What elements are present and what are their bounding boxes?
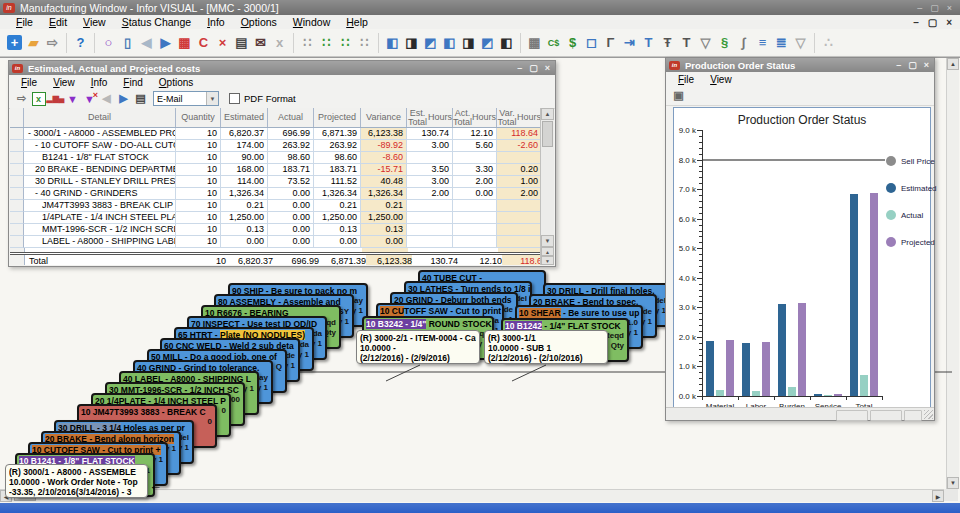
legend-label: Sell Price: [901, 157, 935, 166]
work-order-note-card[interactable]: (R) 3000-2/1 - ITEM-0004 - Cam10.0000 -(…: [356, 330, 480, 364]
prod-restore-button[interactable]: ▢: [908, 60, 917, 70]
row-selector[interactable]: [10, 152, 24, 164]
row-selector[interactable]: [10, 188, 24, 200]
cell-value: 696.99: [268, 128, 314, 140]
cell-value: 263.92: [314, 140, 361, 152]
cell-value: 183.71: [314, 164, 361, 176]
cost-menu-file[interactable]: File: [13, 77, 45, 88]
scroll-up-icon[interactable]: ▲: [541, 108, 554, 120]
scrollbar-thumb[interactable]: [542, 121, 553, 147]
column-header-7[interactable]: Est. TotalHours: [407, 108, 453, 127]
cell-value: [497, 200, 542, 212]
cost-menu-info[interactable]: Info: [83, 77, 116, 88]
table-row[interactable]: - 40 GRIND - GRINDERS101,326.340.001,326…: [10, 188, 554, 200]
spin-up-icon[interactable]: ▲: [541, 247, 554, 256]
cell-value: [497, 212, 542, 224]
pdf-format-checkbox[interactable]: [229, 93, 240, 104]
y-tick-minor: [699, 183, 702, 184]
table-row[interactable]: B1241 - 1/8" FLAT STOCK1090.0098.6098.60…: [10, 152, 554, 164]
cost-window-titlebar[interactable]: in Estimated, Actual and Projected costs…: [9, 61, 555, 75]
note-line: 10.0000 - Work Order Note - Top: [9, 477, 144, 487]
y-tick-minor: [699, 272, 702, 273]
spin-down-icon[interactable]: ▼: [541, 256, 554, 265]
cell-value: [497, 236, 542, 248]
email-format-combobox[interactable]: E-Mail ▼: [153, 91, 219, 106]
row-selector[interactable]: [10, 200, 24, 212]
y-tick-major: [697, 366, 702, 367]
table-row[interactable]: - 10 CUTOFF SAW - DO-ALL CUTOFF SAW10174…: [10, 140, 554, 152]
column-header-1[interactable]: Detail: [24, 108, 176, 127]
cost-table-scrollbar[interactable]: ▲ ▼ ▲ ▼: [540, 108, 554, 265]
table-row[interactable]: MMT-1996-SCR - 1/2 INCH SCREWS100.130.00…: [10, 224, 554, 236]
table-row[interactable]: - 3000/1 - A8000 - ASSEMBLED PRODUCT106,…: [10, 128, 554, 140]
prod-close-button[interactable]: ×: [924, 60, 929, 70]
cost-close-button[interactable]: ×: [545, 63, 550, 73]
export-icon[interactable]: ⇨: [13, 91, 30, 107]
next-icon[interactable]: ▶: [115, 91, 132, 107]
prod-menu-view[interactable]: View: [702, 74, 740, 85]
note-line: 10.0000 -: [360, 343, 476, 353]
column-header-0[interactable]: [10, 108, 24, 127]
cell-value: 1,250.00: [221, 212, 268, 224]
excel-export-icon[interactable]: x: [30, 91, 47, 107]
scroll-down-icon[interactable]: ▼: [541, 235, 554, 247]
y-tick-minor: [699, 242, 702, 243]
row-selector[interactable]: [10, 224, 24, 236]
filter-icon[interactable]: ▼: [64, 91, 81, 107]
note-line: (2/12/2016) - (2/9/2016): [360, 353, 476, 363]
row-selector[interactable]: [10, 176, 24, 188]
row-selector[interactable]: [10, 255, 25, 265]
production-order-status-window[interactable]: in Production Order Status – ▢ × FileVie…: [665, 57, 935, 421]
prev-icon[interactable]: ◀: [98, 91, 115, 107]
clear-filter-icon[interactable]: ▼×: [81, 91, 98, 107]
bar-estimated-material: [706, 341, 714, 396]
cell-detail: - 10 CUTOFF SAW - DO-ALL CUTOFF SAW: [24, 140, 176, 152]
row-selector[interactable]: [10, 140, 24, 152]
y-tick-major: [697, 337, 702, 338]
chart-icon[interactable]: ▂▆▄: [47, 91, 64, 107]
row-selector[interactable]: [10, 164, 24, 176]
cost-minimize-button[interactable]: –: [517, 63, 522, 73]
note-line: (R) 3000/1 - A8000 - ASSEMBLE: [9, 467, 144, 477]
cost-menu-view[interactable]: View: [45, 77, 83, 88]
table-row[interactable]: 20 BRAKE - BENDING DEPARTMENT10168.00183…: [10, 164, 554, 176]
back-arrow-icon[interactable]: ←: [149, 478, 162, 493]
prod-window-titlebar[interactable]: in Production Order Status – ▢ ×: [666, 58, 934, 72]
legend-dot-icon: [886, 210, 896, 220]
cost-restore-button[interactable]: ▢: [529, 63, 538, 73]
cost-menu-options[interactable]: Options: [151, 77, 201, 88]
column-header-2[interactable]: Quantity: [176, 108, 221, 127]
prod-menu-file[interactable]: File: [670, 74, 702, 85]
chart-title: Production Order Status: [674, 113, 930, 127]
column-header-9[interactable]: Var. TotalHours: [497, 108, 542, 127]
column-header-3[interactable]: Estimated: [221, 108, 268, 127]
cell-value: 10: [176, 212, 221, 224]
work-order-note-card[interactable]: (R) 3000/1 - A8000 - ASSEMBLE10.0000 - W…: [5, 464, 148, 498]
table-row[interactable]: JM47T3993 3883 - BREAK CLIP100.210.000.2…: [10, 200, 554, 212]
table-row[interactable]: 1/4PLATE - 1/4 INCH STEEL PLATE101,250.0…: [10, 212, 554, 224]
cell-value: 3.00: [407, 176, 453, 188]
column-header-5[interactable]: Projected: [314, 108, 361, 127]
resize-grip[interactable]: [924, 410, 933, 419]
cost-window[interactable]: in Estimated, Actual and Projected costs…: [8, 60, 556, 267]
table-row[interactable]: LABEL - A8000 - SHIPPING LABEL100.000.00…: [10, 236, 554, 248]
bar-projected-material: [726, 340, 734, 396]
bar-estimated-total: [850, 194, 858, 396]
prod-minimize-button[interactable]: –: [896, 60, 901, 70]
row-selector[interactable]: [10, 236, 24, 248]
column-header-4[interactable]: Actual: [268, 108, 314, 127]
row-selector[interactable]: [10, 128, 24, 140]
cell-value: [407, 212, 453, 224]
work-order-note-card[interactable]: (R) 3000-1/110.0000 - SUB 1(2/12/2016) -…: [484, 330, 608, 364]
copy-icon[interactable]: ▣: [670, 88, 687, 104]
cell-value: 0.00: [268, 188, 314, 200]
column-header-6[interactable]: Variance: [361, 108, 407, 127]
cost-window-menubar: FileViewInfoFindOptions: [9, 75, 555, 89]
print-icon[interactable]: ▤: [132, 91, 149, 107]
cost-menu-find[interactable]: Find: [115, 77, 150, 88]
column-header-8[interactable]: Act. TotalHours: [453, 108, 497, 127]
row-selector[interactable]: [10, 212, 24, 224]
chevron-down-icon[interactable]: ▼: [206, 92, 218, 105]
cell-value: 10: [176, 128, 221, 140]
table-row[interactable]: 30 DRILL - STANLEY DRILL PRESS10114.0073…: [10, 176, 554, 188]
